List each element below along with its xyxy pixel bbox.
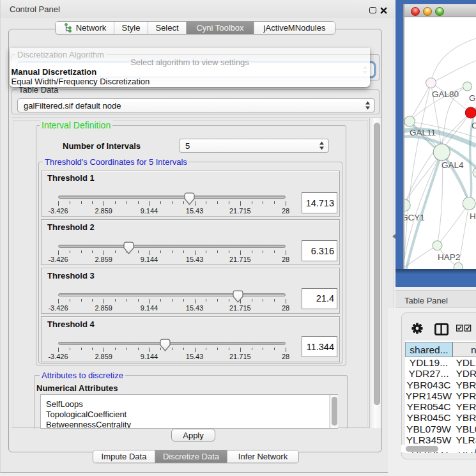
network-node[interactable] [463, 82, 472, 91]
table-header-shared-name[interactable]: shared... [405, 342, 452, 357]
mac-zoom-button[interactable] [435, 7, 444, 16]
attribute-list-item[interactable]: TopologicalCoefficient [41, 410, 337, 420]
table-cell-name[interactable]: YER054C [452, 401, 476, 412]
table-horizontal-scrollbar-thumb[interactable] [406, 446, 438, 452]
threshold-panel-3: Threshold 3-3.4262.8599.14415.4321.71528… [41, 268, 340, 314]
tab-network[interactable]: Network [56, 22, 114, 34]
vertical-scrollbar-thumb[interactable] [374, 123, 380, 405]
network-edge-highlighted[interactable] [406, 152, 441, 269]
threshold-value-field[interactable]: 11.344 [302, 336, 337, 357]
table-row[interactable]: YDL19...YDL19... [405, 357, 476, 368]
table-cell-shared-name[interactable]: YPR145W [405, 390, 452, 401]
attributes-list-scrollbar-thumb[interactable] [332, 397, 337, 426]
number-of-intervals-combobox[interactable]: 5 [179, 139, 329, 153]
network-graph-canvas[interactable]: GAL80G.CGAL11GAL4GCY1HHAP2 [404, 17, 476, 269]
network-node[interactable] [433, 144, 450, 160]
table-data-combobox[interactable]: galFiltered.sif default node [17, 98, 375, 112]
table-horizontal-scrollbar[interactable] [401, 445, 475, 452]
table-cell-name[interactable]: YLR345W [452, 434, 476, 445]
table-row[interactable]: YPR145WYPR145W [405, 390, 476, 401]
slider-minor-tick [92, 348, 93, 350]
columns-icon[interactable] [434, 323, 449, 335]
table-cell-name[interactable]: YBR043C [452, 380, 476, 390]
slider-thumb[interactable] [233, 290, 243, 303]
mac-close-button[interactable] [411, 7, 420, 16]
popup-item[interactable]: Select algorithm to view settings [10, 58, 370, 67]
threshold-value-field[interactable]: 6.316 [302, 240, 337, 261]
slider-track[interactable] [58, 245, 286, 248]
attributes-list-scrollbar[interactable] [329, 395, 338, 428]
slider-thumb[interactable] [160, 339, 171, 351]
tab-select[interactable]: Select [148, 22, 187, 34]
network-edge[interactable] [438, 204, 470, 246]
vertical-scrollbar[interactable] [369, 118, 381, 428]
table-cell-name[interactable]: YBL079W [452, 424, 476, 434]
slider-thumb[interactable] [123, 242, 134, 254]
tab-impute-data[interactable]: Impute Data [93, 450, 155, 463]
slider-tick-label: 15.43 [186, 207, 204, 215]
table-cell-name[interactable]: YBR045C [452, 412, 476, 423]
slider-track[interactable] [58, 196, 286, 199]
network-node[interactable] [426, 78, 436, 88]
attribute-list-item[interactable]: SelfLoops [41, 399, 337, 410]
network-tree-icon [65, 23, 72, 33]
network-node[interactable] [465, 107, 476, 118]
tab-discretize-data[interactable]: Discretize Data [155, 450, 227, 463]
table-row[interactable]: YBR043CYBR043C [405, 380, 476, 390]
checkbox-icons[interactable] [456, 325, 472, 332]
table-cell-shared-name[interactable]: YDR27... [405, 368, 452, 379]
table-cell-name[interactable]: YPR145W [452, 390, 476, 401]
table-cell-shared-name[interactable]: YBR043C [405, 380, 452, 390]
slider-minor-tick [160, 201, 161, 204]
node-table[interactable]: shared... name YDL19...YDL19...YDR27...Y… [405, 341, 476, 453]
slider-track[interactable] [58, 342, 286, 345]
slider-major-tick [149, 299, 150, 303]
tab-jactivemnodules[interactable]: jActiveMNodules [254, 22, 335, 34]
table-cell-shared-name[interactable]: YDL19... [405, 357, 452, 368]
table-row[interactable]: YBR045CYBR045C [405, 412, 476, 423]
slider-track[interactable] [58, 293, 286, 296]
threshold-value-field[interactable]: 21.4 [302, 288, 337, 309]
gear-icon[interactable] [411, 323, 423, 334]
table-cell-shared-name[interactable]: YBR045C [405, 412, 452, 423]
table-cell-name[interactable]: YDL19... [452, 357, 476, 368]
attribute-list-item[interactable]: BetweennessCentrality [41, 420, 337, 429]
popup-item[interactable]: Manual Discretization [10, 67, 370, 77]
table-row[interactable]: YBL079WYBL079W [405, 424, 476, 434]
slider-minor-tick [160, 250, 161, 253]
table-row[interactable]: YDR27...YDR27... [405, 368, 476, 379]
slider-minor-tick [127, 299, 127, 302]
table-cell-shared-name[interactable]: YLR345W [405, 434, 452, 445]
mac-minimize-button[interactable] [423, 7, 432, 16]
numerical-attributes-list[interactable]: SelfLoopsTopologicalCoefficientBetweenne… [40, 394, 338, 429]
table-header-name[interactable]: name [452, 342, 476, 357]
table-row[interactable]: YLR345WYLR345W [405, 434, 476, 445]
table-row[interactable]: YER054CYER054C [405, 401, 476, 412]
table-cell-shared-name[interactable]: YBL079W [405, 424, 452, 434]
network-edge[interactable] [404, 152, 441, 205]
float-window-icon[interactable] [369, 7, 376, 13]
table-cell-shared-name[interactable]: YER054C [405, 401, 452, 412]
network-node[interactable] [463, 197, 475, 210]
slider-major-tick [149, 348, 150, 352]
popup-item[interactable]: Equal Width/Frequency Discretization [10, 77, 370, 86]
network-edge[interactable] [410, 83, 431, 121]
tab-style[interactable]: Style [114, 22, 148, 34]
slider-thumb[interactable] [184, 192, 195, 205]
network-node[interactable] [433, 241, 442, 250]
network-node[interactable] [404, 116, 415, 127]
network-node[interactable] [454, 263, 463, 269]
network-node[interactable] [473, 167, 476, 178]
table-cell-name[interactable]: YDR27... [452, 368, 476, 379]
tab-cyni-toolbox[interactable]: Cyni Toolbox [187, 22, 254, 34]
slider-tick-label: 9.144 [141, 207, 158, 215]
apply-button[interactable]: Apply [171, 429, 215, 441]
threshold-value-field[interactable]: 14.713 [302, 192, 337, 213]
tab-label: Network [76, 23, 107, 33]
network-edge[interactable] [431, 38, 476, 83]
network-node[interactable] [404, 199, 410, 211]
split-pane-collapse-icon[interactable] [392, 234, 395, 239]
network-edge[interactable] [431, 61, 476, 83]
tab-infer-network[interactable]: Infer Network [227, 450, 298, 463]
close-icon[interactable] [380, 7, 387, 14]
